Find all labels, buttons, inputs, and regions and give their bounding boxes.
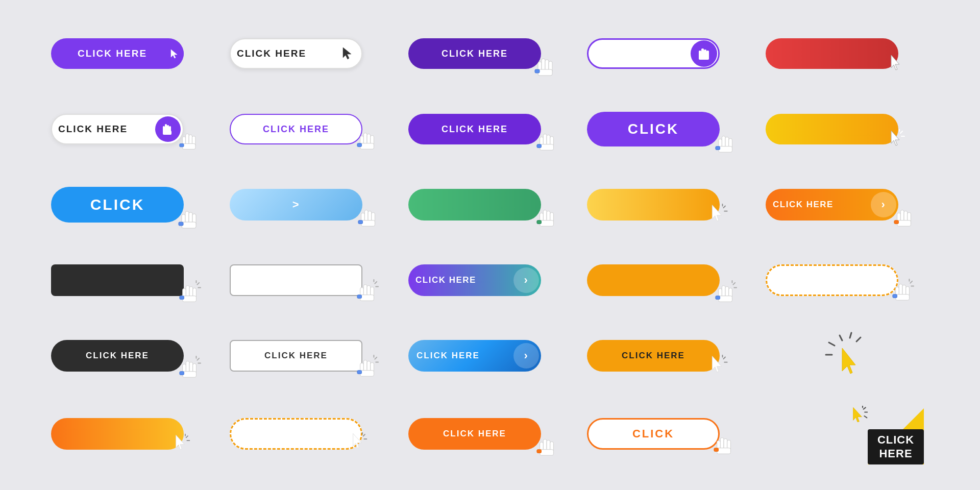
btn-white-outline-rect-click[interactable]: CLICK HERE bbox=[230, 340, 362, 372]
cell-r2c5 bbox=[766, 96, 929, 162]
svg-rect-97 bbox=[719, 296, 732, 302]
hand-icon bbox=[161, 121, 175, 137]
btn-empty-purple-border[interactable] bbox=[587, 38, 720, 69]
arrow-cursor-icon bbox=[888, 54, 908, 73]
svg-rect-74 bbox=[894, 220, 899, 224]
btn-orange-pill[interactable] bbox=[51, 418, 184, 450]
svg-rect-152 bbox=[537, 450, 542, 453]
svg-marker-138 bbox=[842, 348, 855, 374]
svg-rect-153 bbox=[717, 440, 721, 451]
hand-cursor-icon bbox=[715, 130, 737, 156]
svg-rect-75 bbox=[183, 288, 186, 299]
svg-rect-7 bbox=[535, 69, 540, 73]
btn-yellow-dark-text[interactable]: CLICK HERE bbox=[587, 340, 720, 372]
svg-rect-19 bbox=[182, 137, 185, 147]
svg-rect-155 bbox=[724, 439, 727, 452]
hand-badge bbox=[155, 116, 181, 142]
svg-line-66 bbox=[723, 206, 725, 208]
btn-red-gradient[interactable] bbox=[766, 38, 898, 69]
btn-dark-rounded[interactable]: CLICK HERE bbox=[51, 340, 184, 372]
btn-purple-rounded-hand[interactable]: CLICK HERE bbox=[408, 114, 541, 144]
svg-rect-79 bbox=[183, 296, 197, 302]
hand-cursor-icon bbox=[179, 128, 200, 153]
btn-yellow-gradient[interactable] bbox=[766, 114, 898, 144]
svg-rect-55 bbox=[368, 211, 372, 224]
click-icon-special bbox=[796, 330, 898, 381]
cell-r3c4 bbox=[587, 172, 750, 238]
svg-rect-52 bbox=[179, 222, 183, 226]
arrow-icon-badge bbox=[165, 44, 184, 63]
hand-cursor-icon bbox=[713, 432, 736, 457]
btn-white-outline-arrow[interactable]: CLICK HERE bbox=[230, 38, 362, 69]
svg-rect-70 bbox=[900, 210, 904, 224]
svg-rect-39 bbox=[725, 137, 729, 150]
svg-rect-76 bbox=[186, 286, 189, 300]
btn-label: CLICK HERE bbox=[442, 124, 508, 135]
btn-yellow-dashed-outline[interactable] bbox=[230, 418, 362, 450]
cell-r1c3: CLICK HERE bbox=[408, 20, 572, 87]
btn-purple-teal[interactable]: CLICK HERE › bbox=[408, 264, 541, 296]
triangle-click-special[interactable]: CLICK HERE bbox=[812, 398, 924, 464]
svg-rect-112 bbox=[186, 361, 189, 375]
btn-label: > bbox=[292, 198, 300, 211]
svg-marker-143 bbox=[353, 433, 362, 448]
svg-rect-12 bbox=[699, 56, 709, 60]
btn-white-rect-outline[interactable] bbox=[230, 264, 362, 296]
svg-rect-154 bbox=[720, 438, 724, 452]
svg-rect-35 bbox=[540, 144, 554, 150]
hand-cursor-icon bbox=[179, 280, 201, 305]
svg-rect-49 bbox=[189, 212, 192, 226]
btn-white-purple-right[interactable]: CLICK HERE bbox=[51, 114, 184, 144]
cell-r2c4: CLICK bbox=[587, 96, 750, 162]
svg-rect-71 bbox=[904, 211, 908, 224]
btn-label: CLICK bbox=[90, 196, 145, 213]
svg-rect-106 bbox=[896, 295, 910, 300]
btn-purple-dark-hand[interactable]: CLICK HERE bbox=[408, 38, 541, 69]
svg-rect-107 bbox=[893, 295, 897, 298]
btn-label: CLICK HERE bbox=[264, 351, 328, 361]
hand-cursor-icon bbox=[357, 204, 380, 230]
btn-yellow-solid[interactable] bbox=[587, 264, 720, 296]
svg-rect-96 bbox=[729, 288, 732, 299]
svg-marker-65 bbox=[712, 205, 721, 221]
btn-purple-click[interactable]: CLICK bbox=[587, 112, 720, 146]
btn-orange-outline-click[interactable]: CLICK bbox=[587, 418, 720, 450]
svg-rect-20 bbox=[186, 134, 189, 147]
arrow-cursor-triangle bbox=[850, 406, 870, 426]
svg-rect-32 bbox=[543, 134, 547, 148]
btn-orange-gradient-arrow[interactable]: CLICK HERE › bbox=[766, 189, 898, 220]
btn-green-gradient[interactable] bbox=[408, 189, 541, 220]
arrow-cursor-sparks-icon bbox=[708, 203, 731, 226]
svg-rect-72 bbox=[908, 212, 911, 224]
svg-rect-122 bbox=[367, 361, 371, 374]
arrow-cursor-sparks-icon bbox=[708, 354, 731, 377]
cell-r6c5: CLICK HERE bbox=[766, 398, 929, 470]
svg-line-44 bbox=[900, 131, 902, 133]
btn-dark-rect[interactable] bbox=[51, 264, 184, 296]
btn-yellow-soft[interactable] bbox=[587, 189, 720, 220]
btn-yellow-dashed[interactable] bbox=[766, 264, 898, 296]
svg-rect-42 bbox=[716, 146, 720, 150]
svg-rect-77 bbox=[189, 287, 193, 300]
cell-r6c4: CLICK bbox=[587, 398, 750, 470]
svg-rect-51 bbox=[182, 222, 196, 228]
btn-orange-solid[interactable]: CLICK HERE bbox=[408, 418, 541, 450]
svg-line-126 bbox=[375, 357, 377, 359]
svg-rect-98 bbox=[716, 296, 720, 300]
svg-rect-40 bbox=[729, 138, 732, 150]
svg-rect-113 bbox=[189, 362, 193, 375]
svg-rect-2 bbox=[538, 62, 542, 73]
svg-rect-158 bbox=[714, 448, 719, 452]
svg-rect-37 bbox=[719, 139, 722, 150]
btn-label: CLICK HERE bbox=[263, 124, 329, 135]
hand-cursor-icon bbox=[892, 278, 914, 304]
svg-line-163 bbox=[864, 416, 867, 418]
btn-blue-glossy[interactable]: CLICK HERE › bbox=[408, 340, 541, 372]
btn-purple-outline-hand[interactable]: CLICK HERE bbox=[230, 114, 362, 144]
svg-rect-69 bbox=[897, 213, 901, 224]
btn-blue-light-arrow[interactable]: > bbox=[230, 189, 362, 220]
btn-blue-click[interactable]: CLICK bbox=[51, 187, 184, 223]
cell-r6c1 bbox=[51, 398, 214, 470]
btn-purple-solid-arrow[interactable]: CLICK HERE bbox=[51, 38, 184, 69]
svg-rect-56 bbox=[372, 212, 375, 224]
